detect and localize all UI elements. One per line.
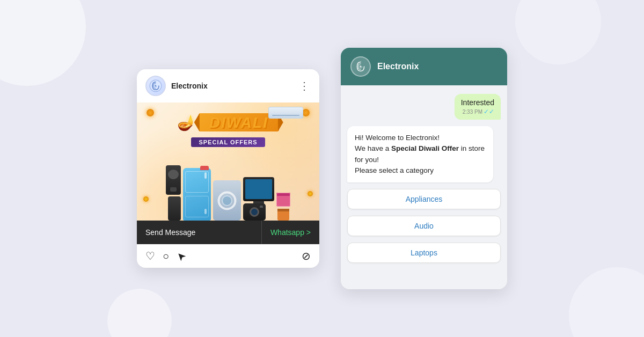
wa-received-text: Hi! Welcome to Electronix! We have a Spe… xyxy=(355,133,486,176)
ig-header: Electronix ⋮ xyxy=(137,69,319,102)
ig-username: Electronix xyxy=(171,82,208,90)
ig-avatar xyxy=(145,76,166,96)
ig-profile: Electronix xyxy=(145,76,208,96)
wa-received-message: Hi! Welcome to Electronix! We have a Spe… xyxy=(347,126,493,182)
bg-circle-br xyxy=(569,267,644,337)
wa-sent-text: Interested xyxy=(461,98,494,107)
wa-sent-time: 2:33 PM ✓✓ xyxy=(461,108,494,115)
wa-header: Electronix xyxy=(341,48,507,85)
more-options-icon[interactable]: ⋮ xyxy=(299,80,311,91)
wa-name: Electronix xyxy=(377,62,419,71)
diwali-banner: 🪔 DIWALI SPECIAL OFFERS xyxy=(137,102,319,221)
wa-avatar xyxy=(350,56,371,77)
ac-unit xyxy=(268,107,303,119)
svg-point-2 xyxy=(360,66,362,68)
like-icon[interactable]: ♡ xyxy=(145,250,155,262)
bg-circle-tl xyxy=(0,0,86,86)
ig-action-bar: Send Message Whatsapp > xyxy=(137,221,319,244)
bookmark-icon[interactable]: ⊘ xyxy=(302,250,311,262)
appliances-illustration xyxy=(137,151,319,221)
send-message-button[interactable]: Send Message xyxy=(137,221,261,244)
content-wrapper: Electronix ⋮ 🪔 DIWALI SPECI xyxy=(137,48,507,289)
ig-footer-left: ♡ ○ ➤ xyxy=(145,250,186,262)
category-appliances-button[interactable]: Appliances xyxy=(347,189,501,209)
ig-footer: ♡ ○ ➤ ⊘ xyxy=(137,244,319,268)
bg-circle-tr xyxy=(515,0,601,64)
diwali-title: DIWALI xyxy=(209,114,268,131)
svg-point-1 xyxy=(155,85,156,86)
whatsapp-card: Electronix Interested 2:33 PM ✓✓ Hi! Wel… xyxy=(341,48,507,289)
wa-bold-offer: Special Diwali Offer xyxy=(391,144,459,152)
share-icon[interactable]: ➤ xyxy=(173,248,189,264)
category-laptops-button[interactable]: Laptops xyxy=(347,243,501,263)
wa-tick-icon: ✓✓ xyxy=(484,108,494,115)
comment-icon[interactable]: ○ xyxy=(163,250,169,262)
wa-sent-message: Interested 2:33 PM ✓✓ xyxy=(455,94,501,120)
wa-body: Interested 2:33 PM ✓✓ Hi! Welcome to Ele… xyxy=(341,85,507,289)
bg-circle-bl xyxy=(107,289,172,337)
category-audio-button[interactable]: Audio xyxy=(347,216,501,236)
diwali-lamp: 🪔 xyxy=(177,114,196,131)
special-offers-badge: SPECIAL OFFERS xyxy=(191,137,265,147)
instagram-card: Electronix ⋮ 🪔 DIWALI SPECI xyxy=(137,69,319,268)
whatsapp-button[interactable]: Whatsapp > xyxy=(261,221,319,244)
